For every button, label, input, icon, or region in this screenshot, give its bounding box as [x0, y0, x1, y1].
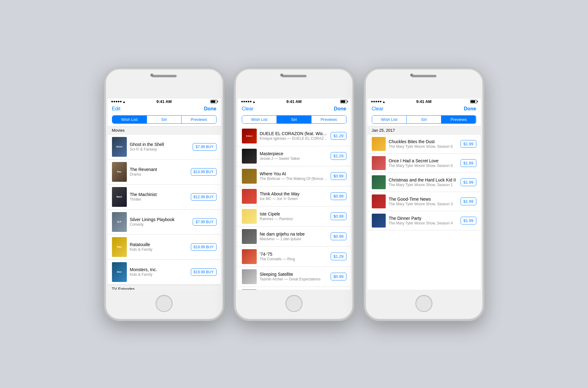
item-title: Chuckles Bites the Dust — [389, 139, 457, 144]
price-button[interactable]: $0.99 — [331, 172, 346, 180]
list-item: Iste Cipele Ramirez — Ramirez $0.99 — [238, 207, 351, 227]
segment-bar-1: Wish List Siri Previews — [108, 113, 221, 126]
item-info: The Revenant Drama — [130, 167, 188, 177]
item-subtitle: Ice MC — Ice 'n' Green — [260, 197, 328, 201]
wifi-icon: ▲ — [122, 100, 126, 104]
status-time-2: 9:41 AM — [286, 99, 302, 104]
segment-previews-3[interactable]: Previews — [441, 116, 476, 123]
item-title: Ratatouille — [130, 242, 188, 247]
thumb-iste — [242, 209, 257, 224]
price-button[interactable]: $7.99 BUY — [193, 143, 216, 151]
list-item: Once I Had a Secret Love The Mary Tyler … — [367, 154, 481, 173]
price-button[interactable]: $1.29 — [331, 152, 346, 160]
item-subtitle: The Mary Tyler Moore Show, Season 6 — [389, 144, 457, 149]
thumb-revenant: Rev — [112, 162, 127, 182]
list-item: Think About the Way Ice MC — Ice 'n' Gre… — [238, 186, 351, 207]
item-subtitle: Drama — [130, 172, 188, 177]
phone-1: ▲ 9:41 AM Edit Done Wish List Siri Previ… — [104, 67, 225, 321]
price-button[interactable]: $1.29 — [331, 132, 346, 140]
status-left-1: ▲ — [111, 100, 126, 104]
battery-2 — [340, 100, 347, 103]
item-subtitle: The Mary Tyler Moore Show, Season 6 — [389, 164, 457, 168]
list-item: Where You At The Bohicas — The Making Of… — [238, 166, 351, 186]
item-info: Iste Cipele Ramirez — Ramirez — [260, 211, 328, 221]
price-button[interactable]: $19.99 BUY — [191, 268, 217, 276]
list-item: Mach The Machinist Thriller $12.99 BUY — [108, 185, 221, 210]
done-button-1[interactable]: Done — [204, 106, 217, 112]
phone-1-screen: ▲ 9:41 AM Edit Done Wish List Siri Previ… — [108, 99, 221, 290]
movies-header: Movies — [108, 126, 221, 134]
status-right-3 — [470, 100, 477, 103]
item-subtitle: The Mary Tyler Moore Show, Season 3 — [389, 202, 457, 206]
price-button[interactable]: $1.99 — [461, 178, 476, 186]
status-left-3: ▲ — [371, 100, 386, 104]
item-title: Christmas and the Hard Luck Kid II — [389, 177, 457, 182]
item-title: Think About the Way — [260, 191, 328, 196]
item-title: Masterpiece — [260, 151, 328, 156]
segment-siri-3[interactable]: Siri — [407, 116, 441, 123]
status-left-2: ▲ — [241, 100, 256, 104]
item-info: Silver Linings Playbook Comedy — [130, 217, 190, 227]
item-info: Masterpiece Jessie J — Sweet Talker — [260, 151, 328, 161]
price-button[interactable]: $0.99 — [331, 273, 346, 280]
item-info: Ghost in the Shell Sci-Fi & Fantasy — [130, 142, 190, 151]
item-subtitle: The Bohicas — The Making Of (Bonus Tra..… — [260, 177, 328, 181]
phone-3: ▲ 9:41 AM Clear Done Wish List Siri Prev… — [364, 67, 484, 321]
home-button-2[interactable] — [285, 295, 303, 312]
home-button-3[interactable] — [415, 295, 432, 312]
thumb-chuckles — [372, 137, 386, 151]
clear-button-2[interactable]: Clear — [242, 106, 254, 112]
price-button[interactable]: $7.99 BUY — [193, 218, 216, 226]
home-button-1[interactable] — [156, 295, 173, 312]
phone-2: ▲ 9:41 AM Clear Done Wish List Siri Prev… — [234, 67, 354, 321]
status-bar-1: ▲ 9:41 AM — [108, 99, 221, 104]
item-info: Ne dam grijehu na tebe Massimo — 1 dan l… — [260, 232, 328, 241]
phones-container: ▲ 9:41 AM Edit Done Wish List Siri Previ… — [92, 55, 497, 333]
thumb-think — [242, 189, 257, 204]
thumb-ratatouille: Rata — [112, 237, 127, 257]
item-info: Think About the Way Ice MC — Ice 'n' Gre… — [260, 191, 328, 201]
price-button[interactable]: $0.99 — [331, 232, 346, 240]
price-button[interactable]: $19.99 BUY — [191, 243, 217, 251]
price-button[interactable]: $1.99 — [461, 159, 476, 167]
price-button[interactable]: $12.99 BUY — [191, 193, 217, 201]
segment-wishlist-1[interactable]: Wish List — [112, 116, 147, 123]
segment-previews-2[interactable]: Previews — [311, 116, 346, 123]
price-button[interactable]: $1.99 — [461, 198, 476, 205]
price-button[interactable]: $1.99 — [461, 217, 476, 224]
thumb-74 — [242, 249, 257, 264]
price-button[interactable]: $1.99 — [461, 140, 476, 148]
item-title: Iste Cipele — [260, 211, 328, 216]
segment-previews-1[interactable]: Previews — [182, 116, 216, 123]
segment-wishlist-3[interactable]: Wish List — [372, 116, 407, 123]
segment-siri-2[interactable]: Siri — [277, 116, 311, 123]
thumb-ne — [242, 229, 257, 244]
date-header: Jan 25, 2017 — [367, 126, 481, 134]
list-item: Ne dam grijehu na tebe Massimo — 1 dan l… — [238, 227, 351, 247]
list-item: Chuckles Bites the Dust The Mary Tyler M… — [367, 134, 481, 154]
price-button[interactable]: $14.99 BUY — [191, 168, 217, 176]
item-title: DUELE EL CORAZON (feat. Wisin) — [260, 131, 328, 136]
item-info: The Machinist Thriller — [130, 192, 188, 202]
clear-button-3[interactable]: Clear — [372, 106, 384, 112]
item-subtitle: Tasmin Archer — Great Expectations — [260, 277, 328, 281]
thumb-christmas — [372, 175, 386, 189]
edit-button[interactable]: Edit — [112, 106, 121, 112]
segment-siri-1[interactable]: Siri — [147, 116, 182, 123]
segment-wishlist-2[interactable]: Wish List — [242, 116, 277, 123]
list-item: DUELE DUELE EL CORAZON (feat. Wisin) Enr… — [238, 126, 351, 146]
status-bar-2: ▲ 9:41 AM — [238, 99, 351, 104]
done-button-3[interactable]: Done — [464, 106, 476, 112]
item-subtitle: Jessie J — Sweet Talker — [260, 156, 328, 161]
done-button-2[interactable]: Done — [334, 106, 346, 112]
list-item: Christmas and the Hard Luck Kid II The M… — [367, 173, 481, 192]
item-subtitle: The Mary Tyler Moore Show, Season 1 — [389, 183, 457, 187]
price-button[interactable]: $0.99 — [331, 192, 346, 200]
item-title: The Good-Time News — [389, 197, 457, 202]
item-title: Once I Had a Secret Love — [389, 158, 457, 163]
price-button[interactable]: $0.99 — [331, 212, 346, 220]
item-info: Where You At The Bohicas — The Making Of… — [260, 171, 328, 181]
item-subtitle: Enrique Iglesias — DUELE EL CORAZON (f..… — [260, 136, 328, 141]
item-subtitle: Sci-Fi & Fantasy — [130, 147, 190, 151]
price-button[interactable]: $1.29 — [331, 253, 346, 260]
